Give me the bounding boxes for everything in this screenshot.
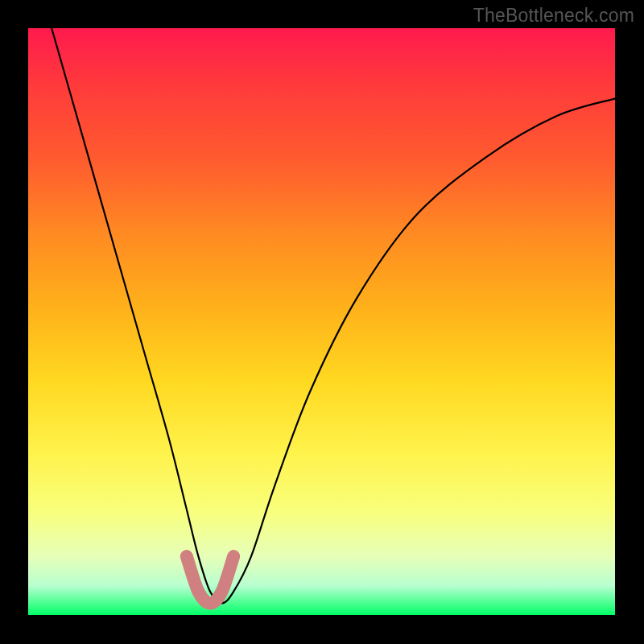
bottleneck-curve-path (52, 28, 615, 603)
highlight-segment-path (187, 556, 233, 603)
watermark-text: TheBottleneck.com (473, 5, 634, 27)
chart-svg (28, 28, 615, 615)
chart-frame (28, 28, 615, 615)
